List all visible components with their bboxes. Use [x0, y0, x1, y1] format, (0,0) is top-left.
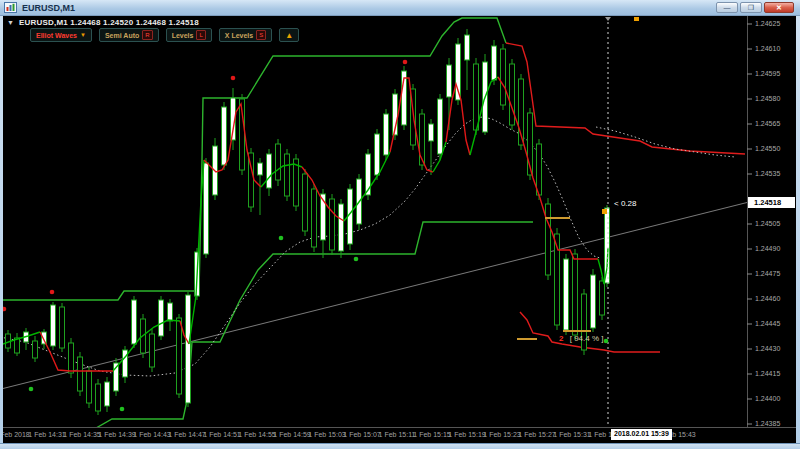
buy-dot: [120, 407, 125, 412]
ohlc-info: EURUSD,M1 1.24468 1.24520 1.24468 1.2451…: [19, 18, 199, 27]
time-axis-label: 1 Feb 14:43: [133, 431, 170, 438]
candle: [150, 329, 155, 372]
window-controls: — ❐ ✕: [716, 2, 794, 13]
time-axis-label: 1 Feb 15:03: [308, 431, 345, 438]
time-axis-label: 1 Feb 14:31: [28, 431, 65, 438]
chevron-down-icon[interactable]: ▼: [7, 19, 14, 26]
candle: [303, 169, 308, 236]
price-tick-label: 1.24625: [755, 20, 780, 27]
candle: [312, 184, 317, 252]
price-tick-label: 1.24430: [755, 345, 780, 352]
candle: [285, 149, 290, 201]
candle: [429, 119, 434, 175]
candle: [51, 302, 56, 350]
candle: [159, 296, 164, 340]
toolbar-button-label: X Levels: [225, 32, 253, 39]
time-axis-label: 1 Feb 15:11: [379, 431, 416, 438]
vline-top-marker: [605, 17, 611, 21]
vline-time-tag: 2018.02.01 15:39: [611, 429, 672, 440]
candle: [60, 303, 65, 352]
toolbar-button-elliot-waves[interactable]: Elliot Waves ▼: [30, 28, 92, 42]
mt4-chart-window: EURUSD,M1 — ❐ ✕ ▼ EURUSD,M1 1.24468 1.24…: [0, 0, 800, 449]
candle: [501, 44, 506, 110]
toolbar-button-levels[interactable]: Levels L: [166, 28, 212, 42]
window-title: EURUSD,M1: [22, 3, 75, 13]
time-axis-label: 1 Feb 14:35: [63, 431, 100, 438]
candle: [123, 346, 128, 383]
wave-percent: [ 94.4 % ]: [570, 334, 604, 343]
time-axis-label: 1 Feb 15:07: [343, 431, 380, 438]
hotkey-badge: S: [256, 30, 266, 40]
time-axis-label: 1 Feb 2018: [0, 431, 30, 438]
time-axis-label: 1 Feb 14:55: [238, 431, 275, 438]
candle: [573, 249, 578, 340]
candle: [330, 194, 335, 255]
dotted-ma-0: [0, 117, 600, 376]
chart-area[interactable]: ▼ EURUSD,M1 1.24468 1.24520 1.24468 1.24…: [0, 16, 800, 443]
candle: [465, 29, 470, 90]
candle: [393, 89, 398, 140]
buy-dot: [354, 257, 359, 262]
candle: [69, 338, 74, 378]
toolbar-button-label: Semi Auto: [105, 32, 139, 39]
candle: [375, 129, 380, 180]
candle: [591, 269, 596, 332]
price-tick-label: 1.24400: [755, 395, 780, 402]
price-axis: 1.246251.246101.245951.245801.245651.245…: [747, 16, 796, 428]
window-border-left: [0, 16, 3, 444]
close-button[interactable]: ✕: [764, 2, 794, 13]
candle: [582, 289, 587, 355]
candle: [78, 352, 83, 396]
time-axis-label: 1 Feb 15:15: [413, 431, 450, 438]
candle: [276, 139, 281, 186]
maximize-button[interactable]: ❐: [740, 2, 762, 13]
price-tick-label: 1.24550: [755, 145, 780, 152]
candle: [168, 299, 173, 331]
time-axis-label: 1 Feb 15:19: [448, 431, 485, 438]
price-tick-label: 1.24535: [755, 170, 780, 177]
price-tick-label: 1.24490: [755, 245, 780, 252]
toolbar-button-semi-auto[interactable]: Semi Auto R: [99, 28, 159, 42]
candle: [132, 296, 137, 348]
channel-band-red-1: [506, 43, 745, 154]
price-tick-label: 1.24475: [755, 270, 780, 277]
window-border-right: [796, 16, 800, 444]
time-axis-label: 1 Feb 14:39: [98, 431, 135, 438]
titlebar[interactable]: EURUSD,M1 — ❐ ✕: [0, 0, 800, 16]
orange-square-marker: [602, 209, 607, 214]
bid-price-line: [3, 203, 747, 389]
candle: [384, 109, 389, 160]
candle: [114, 358, 119, 396]
candle: [294, 154, 299, 211]
price-chart-svg: [0, 16, 796, 443]
price-tick-label: 1.24445: [755, 320, 780, 327]
price-tick-label: 1.24595: [755, 70, 780, 77]
sell-dot: [50, 290, 55, 295]
hotkey-badge: R: [142, 30, 152, 40]
time-axis-label: 1 Feb 14:47: [168, 431, 205, 438]
window-border-bottom: [0, 443, 800, 449]
candle: [15, 333, 20, 356]
toolbar-button-expand[interactable]: ▲: [279, 28, 299, 42]
toolbar-button-label: Levels: [172, 32, 194, 39]
toolbar-button-x-levels[interactable]: X Levels S: [219, 28, 272, 42]
price-tick-label: 1.24460: [755, 295, 780, 302]
candle: [96, 379, 101, 415]
candle: [222, 102, 227, 170]
candle: [105, 377, 110, 412]
sell-dot: [231, 76, 236, 81]
price-tick-label: 1.24610: [755, 45, 780, 52]
sell-dot: [403, 60, 408, 65]
minimize-button[interactable]: —: [716, 2, 738, 13]
time-axis-label: 1 Feb 15:31: [553, 431, 590, 438]
buy-dot: [604, 339, 609, 344]
candle: [564, 254, 569, 335]
candle: [87, 367, 92, 408]
candle: [33, 336, 38, 362]
current-price-tag: 1.24518: [748, 197, 795, 208]
wave-annotation: 2 [ 94.4 % ]: [559, 334, 603, 343]
hotkey-badge: L: [196, 30, 205, 40]
toolbar-button-label: Elliot Waves: [36, 32, 77, 39]
candle: [348, 184, 353, 250]
price-tick-label: 1.24385: [755, 420, 780, 427]
